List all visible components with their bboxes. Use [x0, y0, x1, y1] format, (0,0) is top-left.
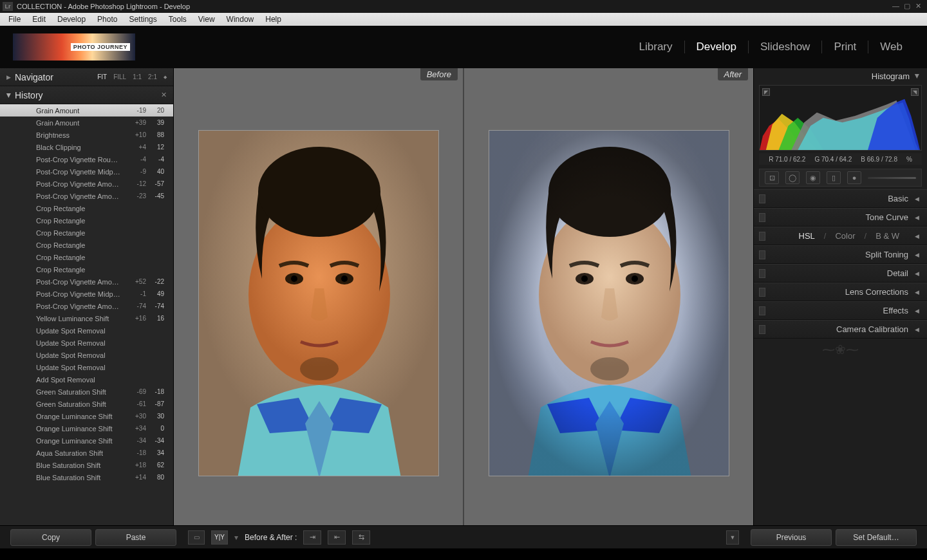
- history-header[interactable]: ▶ History ✕: [0, 86, 173, 104]
- module-web[interactable]: Web: [868, 41, 914, 53]
- menu-photo[interactable]: Photo: [91, 14, 123, 25]
- highlight-clipping-icon[interactable]: ◥: [911, 88, 919, 96]
- history-item[interactable]: Post-Crop Vignette Amo…-23-45: [0, 190, 173, 202]
- adjustment-brush-icon[interactable]: ●: [847, 171, 861, 184]
- menu-settings[interactable]: Settings: [123, 14, 162, 25]
- crop-tool-icon[interactable]: ⊡: [765, 171, 779, 184]
- history-item[interactable]: Crop Rectangle: [0, 251, 173, 263]
- menu-help[interactable]: Help: [259, 14, 287, 25]
- set-default-button[interactable]: Set Default…: [836, 529, 917, 546]
- copy-button[interactable]: Copy: [10, 529, 91, 546]
- zoom-2to1[interactable]: 2:1: [148, 73, 157, 80]
- menu-develop[interactable]: Develop: [52, 14, 91, 25]
- menu-edit[interactable]: Edit: [26, 14, 52, 25]
- zoom-fill[interactable]: FILL: [113, 73, 126, 80]
- menu-view[interactable]: View: [192, 14, 221, 25]
- history-item[interactable]: Blue Saturation Shift+1862: [0, 459, 173, 471]
- menu-file[interactable]: File: [3, 14, 26, 25]
- history-item[interactable]: Post-Crop Vignette Amo…+52-22: [0, 275, 173, 288]
- disclosure-triangle-icon: ◀: [915, 326, 919, 333]
- history-item[interactable]: Update Spot Removal: [0, 324, 173, 337]
- history-item[interactable]: Orange Luminance Shift-34-34: [0, 434, 173, 447]
- swap-before-after-icon[interactable]: ⇆: [352, 530, 370, 545]
- module-slideshow[interactable]: Slideshow: [749, 41, 823, 53]
- history-item[interactable]: Aqua Saturation Shift-1834: [0, 447, 173, 459]
- history-item[interactable]: Update Spot Removal: [0, 349, 173, 361]
- histogram[interactable]: ◤ ◥: [759, 85, 922, 151]
- minimize-button[interactable]: —: [892, 2, 901, 11]
- panel-switch-icon[interactable]: [759, 213, 765, 222]
- module-library[interactable]: Library: [628, 41, 685, 53]
- zoom-fit[interactable]: FIT: [97, 73, 107, 80]
- history-item[interactable]: Grain Amount+3939: [0, 117, 173, 129]
- panel-switch-icon[interactable]: [759, 232, 765, 241]
- history-item[interactable]: Orange Luminance Shift+3030: [0, 410, 173, 422]
- zoom-1to1[interactable]: 1:1: [133, 73, 142, 80]
- panel-detail[interactable]: Detail◀: [754, 264, 927, 283]
- history-item[interactable]: Black Clipping+412: [0, 141, 173, 153]
- identity-plate[interactable]: PHOTO JOURNEY: [13, 33, 135, 61]
- after-image[interactable]: [489, 130, 729, 476]
- navigator-zoom: FITFILL1:12:1◆: [97, 73, 167, 80]
- redeye-tool-icon[interactable]: ◉: [806, 171, 820, 184]
- history-item[interactable]: Update Spot Removal: [0, 337, 173, 349]
- history-item[interactable]: Blue Saturation Shift+1480: [0, 471, 173, 483]
- history-item[interactable]: Green Saturation Shift-69-18: [0, 386, 173, 398]
- tool-strip: ⊡ ◯ ◉ ▯ ●: [759, 169, 922, 187]
- menu-window[interactable]: Window: [221, 14, 260, 25]
- shadow-clipping-icon[interactable]: ◤: [762, 88, 770, 96]
- loupe-view-icon[interactable]: ▭: [188, 530, 205, 545]
- panel-basic[interactable]: Basic◀: [754, 189, 927, 208]
- previous-button[interactable]: Previous: [751, 529, 832, 546]
- history-item[interactable]: Crop Rectangle: [0, 263, 173, 275]
- history-item[interactable]: Post-Crop Vignette Amo…-74-74: [0, 300, 173, 312]
- history-item[interactable]: Crop Rectangle: [0, 227, 173, 239]
- history-item[interactable]: Crop Rectangle: [0, 202, 173, 214]
- panel-tone-curve[interactable]: Tone Curve◀: [754, 208, 927, 227]
- panel-switch-icon[interactable]: [759, 325, 765, 334]
- history-item[interactable]: Add Spot Removal: [0, 373, 173, 386]
- panel-camera-calibration[interactable]: Camera Calibration◀: [754, 320, 927, 339]
- history-item[interactable]: Post-Crop Vignette Rou…-4-4: [0, 153, 173, 165]
- module-print[interactable]: Print: [822, 41, 868, 53]
- history-item[interactable]: Orange Luminance Shift+340: [0, 422, 173, 434]
- panel-split-toning[interactable]: Split Toning◀: [754, 245, 927, 264]
- graduated-filter-icon[interactable]: ▯: [827, 171, 841, 184]
- before-after-view-icon[interactable]: Y|Y: [211, 530, 228, 545]
- titlebar: Lr COLLECTION - Adobe Photoshop Lightroo…: [0, 0, 927, 13]
- close-button[interactable]: ✕: [915, 2, 924, 11]
- panel-lens-corrections[interactable]: Lens Corrections◀: [754, 283, 927, 301]
- spot-removal-icon[interactable]: ◯: [785, 171, 800, 184]
- history-item[interactable]: Brightness+1088: [0, 129, 173, 141]
- histogram-header[interactable]: Histogram ▶: [754, 68, 927, 84]
- history-item[interactable]: Yellow Luminance Shift+1616: [0, 312, 173, 324]
- history-item[interactable]: Green Saturation Shift-61-87: [0, 398, 173, 410]
- before-image[interactable]: [198, 130, 439, 476]
- maximize-button[interactable]: ▢: [904, 2, 913, 11]
- panel-hsl[interactable]: HSL/Color/B & W◀: [754, 227, 927, 245]
- history-item[interactable]: Grain Amount-1920: [0, 104, 173, 117]
- paste-button[interactable]: Paste: [95, 529, 176, 546]
- panel-switch-icon[interactable]: [759, 194, 765, 203]
- module-develop[interactable]: Develop: [685, 41, 749, 53]
- clear-history-icon[interactable]: ✕: [161, 91, 167, 99]
- panel-switch-icon[interactable]: [759, 269, 765, 278]
- history-item[interactable]: Crop Rectangle: [0, 214, 173, 227]
- history-item[interactable]: Crop Rectangle: [0, 239, 173, 251]
- history-item[interactable]: Post-Crop Vignette Amo…-12-57: [0, 178, 173, 190]
- tool-slider[interactable]: [868, 177, 916, 179]
- panel-switch-icon[interactable]: [759, 306, 765, 315]
- panel-switch-icon[interactable]: [759, 288, 765, 297]
- toolbar-menu-icon[interactable]: ▼: [726, 530, 739, 545]
- disclosure-triangle-icon: ◀: [915, 196, 919, 202]
- history-item[interactable]: Post-Crop Vignette Midp…-940: [0, 165, 173, 178]
- history-item[interactable]: Post-Crop Vignette Midp…-149: [0, 288, 173, 300]
- rgb-g: G 70.4 / 64.2: [814, 156, 852, 163]
- navigator-header[interactable]: ▶ Navigator FITFILL1:12:1◆: [0, 68, 173, 86]
- history-item[interactable]: Update Spot Removal: [0, 361, 173, 373]
- panel-switch-icon[interactable]: [759, 250, 765, 259]
- copy-before-to-after-icon[interactable]: ⇥: [303, 530, 321, 545]
- menu-tools[interactable]: Tools: [163, 14, 192, 25]
- copy-after-to-before-icon[interactable]: ⇤: [328, 530, 346, 545]
- panel-effects[interactable]: Effects◀: [754, 301, 927, 320]
